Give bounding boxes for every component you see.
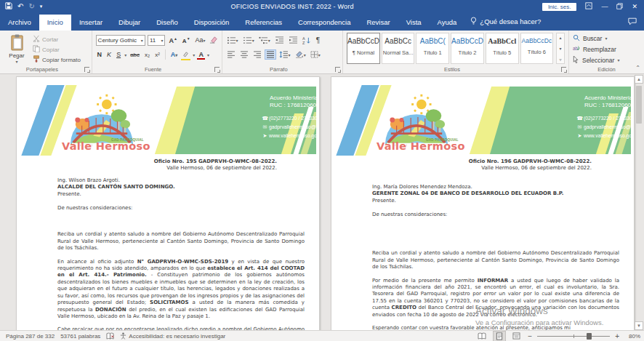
font-name-combo[interactable]: Century Gothic▾ — [96, 35, 145, 46]
vertical-scrollbar[interactable]: ▲ ▼ — [634, 74, 644, 331]
copy-button[interactable]: Copiar — [33, 45, 81, 54]
brand-subtitle: GAD PARROQUIAL — [426, 138, 459, 142]
bullets-button[interactable]: ▾ — [226, 36, 239, 45]
ribbon-tabs: Archivo Inicio Insertar Dibujar Diseño D… — [0, 13, 644, 31]
underline-button[interactable]: S — [115, 51, 122, 58]
styles-dialog-launcher[interactable] — [561, 67, 566, 72]
underline-caret[interactable]: ▾ — [124, 52, 126, 57]
comments-icon[interactable] — [628, 17, 644, 31]
format-painter-button[interactable]: Copiar formato — [33, 55, 81, 64]
zoom-level[interactable]: 80% — [624, 333, 640, 340]
zoom-slider-thumb[interactable] — [587, 333, 592, 340]
ribbon-display-options-icon[interactable] — [585, 2, 592, 11]
tab-revisar[interactable]: Revisar — [358, 15, 398, 31]
read-mode-button[interactable] — [475, 332, 488, 340]
zoom-out-button[interactable]: − — [528, 332, 532, 340]
bold-button[interactable]: N — [96, 51, 104, 58]
show-marks-button[interactable]: ¶ — [315, 36, 321, 45]
word-window: ↶ ↻ ▾ OFICIOS ENVIADOS INST. 2022 - Word… — [0, 0, 644, 341]
accessibility-status[interactable]: Accesibilidad: es necesario investigar — [120, 332, 225, 340]
tab-archivo[interactable]: Archivo — [0, 15, 39, 31]
style-titulo-1[interactable]: AaBbC(Título 1 — [416, 33, 449, 64]
line-spacing-button[interactable]: ▾ — [278, 50, 291, 59]
print-layout-button[interactable] — [494, 332, 505, 341]
paragraph-dialog-launcher[interactable] — [335, 67, 340, 72]
tab-disposicion[interactable]: Disposición — [186, 15, 238, 31]
page-2[interactable]: Acuerdo Ministerial N° 1359 RUC : 176812… — [331, 76, 635, 331]
salutation: De nuestras consideraciones: — [372, 212, 619, 218]
tab-correspondencia[interactable]: Correspondencia — [290, 15, 358, 31]
document-title: OFICIOS ENVIADOS INST. 2022 - Word — [42, 3, 542, 10]
multilevel-list-button[interactable]: ▾ — [258, 36, 271, 45]
highlight-caret[interactable]: ▾ — [193, 52, 195, 57]
minimize-button[interactable]: — — [601, 4, 608, 10]
cut-button[interactable]: Cortar — [33, 35, 81, 44]
zoom-in-button[interactable]: + — [615, 332, 619, 340]
tab-dibujar[interactable]: Dibujar — [110, 15, 148, 31]
clear-formatting-icon[interactable] — [209, 33, 218, 47]
style-titulo-5[interactable]: AaBbCclTítulo 5 — [486, 33, 519, 64]
font-color-button[interactable]: A — [197, 51, 205, 58]
proofing-icon[interactable] — [106, 332, 114, 340]
text-effects-button[interactable]: A▾ — [169, 51, 180, 58]
clipboard-dialog-launcher[interactable] — [84, 67, 89, 72]
align-left-button[interactable] — [226, 50, 236, 59]
save-icon[interactable] — [5, 2, 12, 11]
numbering-button[interactable]: ▾ — [242, 36, 255, 45]
tab-vista[interactable]: Vista — [398, 15, 430, 31]
style-normal-sa[interactable]: AaBbCcNormal Sa... — [382, 33, 415, 64]
replace-button[interactable]: abReemplazar — [573, 44, 640, 55]
change-case-button[interactable]: Aa▾ — [194, 36, 207, 44]
scroll-up-arrow[interactable]: ▲ — [635, 75, 643, 84]
font-dialog-launcher[interactable] — [214, 67, 220, 72]
strikethrough-button[interactable]: abc — [129, 52, 141, 58]
zoom-slider[interactable] — [537, 336, 610, 337]
style-titulo-6[interactable]: AaBbCcDcTítulo 6 — [520, 33, 554, 64]
decrease-indent-button[interactable] — [274, 36, 285, 45]
justify-button[interactable] — [265, 50, 275, 59]
scroll-down-arrow[interactable]: ▼ — [635, 321, 643, 330]
tell-me-box[interactable]: ¿Qué desea hacer? — [464, 13, 547, 31]
subscript-button[interactable]: x₂ — [143, 52, 151, 58]
restore-button[interactable] — [616, 3, 623, 11]
redo-icon[interactable]: ↻ — [28, 3, 34, 10]
superscript-button[interactable]: x² — [153, 52, 161, 58]
grow-font-button[interactable]: A▲ — [167, 36, 178, 44]
styles-group-label: Estilos — [343, 66, 561, 73]
page-indicator[interactable]: Página 287 de 332 — [6, 333, 55, 340]
find-button[interactable]: Buscar▾ — [573, 33, 640, 44]
word-count[interactable]: 53761 palabras — [60, 333, 100, 340]
tab-insertar[interactable]: Insertar — [71, 15, 110, 31]
paste-button[interactable]: Pegar ▾ — [4, 33, 30, 64]
style-normal[interactable]: AaBbCcD¶ Normal — [347, 33, 380, 64]
select-button[interactable]: Seleccionar▾ — [573, 55, 640, 65]
collapse-ribbon-icon[interactable]: ⌃ — [635, 65, 640, 71]
tab-ayuda[interactable]: Ayuda — [430, 15, 465, 31]
shading-button[interactable]: ▾ — [294, 50, 307, 59]
shrink-font-button[interactable]: A▼ — [181, 36, 192, 44]
style-titulo-2[interactable]: AaBbCcDTítulo 2 — [451, 33, 484, 64]
tab-inicio[interactable]: Inicio — [39, 15, 71, 31]
sign-in-button[interactable]: Inic. ses. — [542, 3, 577, 11]
tab-diseno[interactable]: Diseño — [148, 15, 186, 31]
undo-icon[interactable]: ↶ — [17, 3, 23, 10]
increase-indent-button[interactable] — [288, 36, 299, 45]
italic-button[interactable]: K — [105, 51, 113, 58]
page-1[interactable]: Acuerdo Ministerial N° 1359 RUC : 176812… — [16, 76, 320, 331]
styles-gallery-scroll[interactable]: ▴▾▿ — [556, 33, 565, 64]
close-button[interactable]: ✕ — [632, 4, 637, 10]
font-size-combo[interactable]: 11▾ — [148, 35, 166, 46]
web-layout-button[interactable] — [510, 332, 523, 340]
scissors-icon — [33, 35, 40, 44]
borders-button[interactable]: ▾ — [310, 50, 321, 59]
ruc-line: RUC : 1768120600001 — [261, 102, 317, 109]
oficio-date: Valle Hermoso, 06 de septiembre del 2022… — [372, 165, 592, 172]
scrollbar-thumb[interactable] — [636, 86, 642, 124]
font-color-caret[interactable]: ▾ — [207, 52, 209, 57]
highlight-button[interactable] — [181, 50, 190, 58]
titlebar-controls: Inic. ses. — ✕ — [542, 2, 644, 11]
sort-button[interactable]: AZ — [302, 36, 313, 45]
align-right-button[interactable] — [252, 50, 262, 59]
tab-referencias[interactable]: Referencias — [237, 15, 290, 31]
align-center-button[interactable] — [239, 50, 249, 59]
